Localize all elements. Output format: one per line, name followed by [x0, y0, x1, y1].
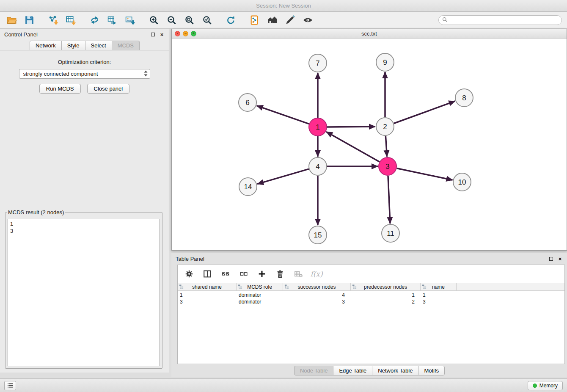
node-8[interactable]: 8 — [455, 89, 473, 107]
node-15[interactable]: 15 — [309, 226, 327, 244]
close-table-panel-icon[interactable]: × — [557, 256, 563, 262]
table-tab-motifs[interactable]: Motifs — [418, 366, 445, 375]
edge-3-11[interactable] — [388, 176, 390, 224]
criterion-dropdown[interactable]: strongly connected component — [19, 69, 150, 79]
column-header-label: shared name — [192, 284, 222, 290]
apply-style-icon[interactable] — [284, 14, 296, 27]
table-header-row: shared nameMCDS rolesuccessor nodesprede… — [178, 283, 564, 291]
svg-text:8: 8 — [462, 94, 466, 102]
column-tree-icon — [352, 284, 357, 290]
column-header-successor-nodes[interactable]: successor nodes — [283, 283, 351, 290]
edge-3-10[interactable] — [397, 168, 453, 180]
main-toolbar — [0, 12, 567, 29]
edge-1-2[interactable] — [327, 127, 375, 127]
close-panel-button[interactable]: Close panel — [87, 84, 130, 94]
tab-style[interactable]: Style — [61, 41, 85, 50]
edge-2-8[interactable] — [394, 101, 455, 124]
save-session-icon[interactable] — [23, 14, 36, 27]
table-panel-title: Table Panel — [176, 256, 545, 262]
close-panel-icon[interactable]: × — [159, 32, 165, 37]
minimize-window-icon[interactable]: − — [183, 31, 188, 36]
node-3[interactable]: 3 — [379, 157, 396, 175]
clone-network-icon[interactable] — [106, 14, 118, 27]
refresh-icon[interactable] — [224, 14, 237, 27]
edge-1-6[interactable] — [257, 106, 309, 124]
column-header-name[interactable]: name — [421, 283, 457, 290]
zoom-out-icon[interactable] — [165, 14, 178, 27]
column-header-label: successor nodes — [297, 284, 336, 290]
svg-text:11: 11 — [387, 229, 394, 237]
column-header-label: name — [432, 284, 445, 290]
network-canvas[interactable]: 7968124314101511 — [172, 39, 567, 250]
table-tab-node-table[interactable]: Node Table — [294, 366, 334, 375]
column-header-predecessor-nodes[interactable]: predecessor nodes — [351, 283, 421, 290]
network-view-title: scc.txt — [172, 30, 567, 37]
node-14[interactable]: 14 — [239, 178, 257, 196]
home-icon[interactable] — [266, 14, 278, 27]
zoom-window-icon[interactable]: + — [191, 31, 196, 36]
import-table-icon[interactable] — [64, 14, 77, 27]
node-4[interactable]: 4 — [309, 157, 327, 175]
table-cell: 2 — [351, 299, 421, 305]
edge-2-3[interactable] — [385, 136, 387, 157]
node-7[interactable]: 7 — [309, 54, 327, 72]
float-panel-icon[interactable] — [150, 32, 156, 37]
menu-list-icon[interactable] — [4, 381, 16, 390]
edge-3-1[interactable] — [326, 132, 380, 162]
function-label: f(x) — [310, 270, 322, 278]
table-tab-network-table[interactable]: Network Table — [372, 366, 418, 375]
network-window-titlebar[interactable]: × − + scc.txt — [172, 29, 567, 39]
select-all-icon[interactable] — [220, 268, 231, 279]
delete-row-icon[interactable] — [275, 268, 286, 279]
node-6[interactable]: 6 — [239, 94, 256, 111]
network-view-window: × − + scc.txt 7968124314101511 — [171, 29, 567, 251]
mcds-result-title: MCDS result (2 nodes) — [7, 209, 65, 215]
mcds-result-list[interactable]: 1 3 — [8, 219, 160, 366]
tab-mcds[interactable]: MCDS — [112, 41, 140, 50]
application-window: Session: New Session Control Panel × Net… — [0, 0, 567, 392]
node-9[interactable]: 9 — [376, 53, 394, 71]
zoom-in-icon[interactable] — [147, 14, 160, 27]
table-tab-edge-table[interactable]: Edge Table — [333, 366, 372, 375]
float-table-panel-icon[interactable] — [548, 256, 554, 262]
table-row[interactable]: 1dominator411 — [178, 292, 564, 298]
column-header-shared-name[interactable]: shared name — [178, 283, 237, 290]
table-row[interactable]: 3dominator323 — [178, 298, 564, 305]
table-settings-icon[interactable] — [184, 268, 195, 279]
export-image-icon[interactable] — [124, 14, 136, 27]
new-network-icon[interactable] — [88, 14, 101, 27]
table-cell: 3 — [283, 299, 351, 305]
table-panel-header: Table Panel × — [171, 253, 567, 264]
svg-text:15: 15 — [314, 231, 322, 239]
zoom-selected-icon[interactable] — [201, 14, 213, 27]
memory-label: Memory — [539, 383, 558, 389]
tab-select[interactable]: Select — [85, 41, 112, 50]
memory-button[interactable]: Memory — [528, 381, 563, 390]
column-header-mcds-role[interactable]: MCDS role — [237, 283, 283, 290]
close-window-icon[interactable]: × — [175, 31, 180, 36]
svg-text:4: 4 — [316, 163, 319, 171]
import-network-icon[interactable] — [47, 14, 59, 27]
deselect-all-icon[interactable] — [238, 268, 249, 279]
search-box[interactable] — [438, 15, 562, 25]
table-cell: 4 — [283, 292, 351, 298]
node-1[interactable]: 1 — [309, 118, 327, 136]
zoom-fit-icon[interactable] — [183, 14, 195, 27]
search-icon — [442, 17, 448, 24]
node-11[interactable]: 11 — [382, 224, 399, 242]
tab-network[interactable]: Network — [30, 41, 62, 50]
run-mcds-button[interactable]: Run MCDS — [39, 84, 81, 94]
node-10[interactable]: 10 — [453, 173, 471, 191]
node-2[interactable]: 2 — [376, 118, 394, 135]
open-session-icon[interactable] — [5, 14, 18, 27]
svg-text:10: 10 — [458, 178, 466, 186]
edge-4-14[interactable] — [257, 169, 309, 184]
svg-text:1: 1 — [316, 123, 319, 131]
add-row-icon[interactable] — [256, 268, 267, 279]
network-document-icon[interactable] — [248, 14, 261, 27]
column-tree-icon — [238, 284, 242, 290]
table-cell: 1 — [178, 292, 237, 298]
column-split-icon[interactable] — [202, 268, 213, 279]
search-input[interactable] — [450, 17, 558, 23]
show-hide-icon[interactable] — [301, 14, 314, 27]
